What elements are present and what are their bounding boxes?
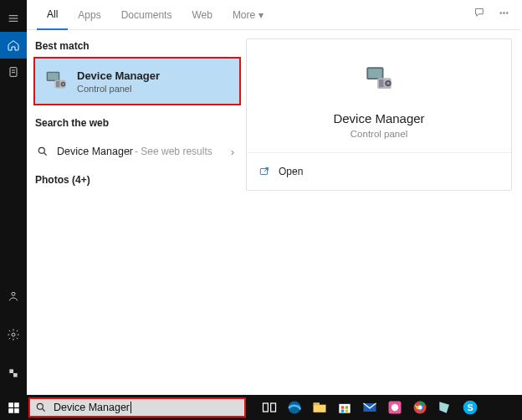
svg-point-2 — [12, 333, 15, 336]
svg-rect-30 — [314, 405, 326, 412]
web-search-result[interactable]: Device Manager - See web results › — [33, 137, 246, 166]
best-match-title: Device Manager — [77, 69, 160, 82]
svg-point-1 — [12, 292, 15, 295]
preview-title: Device Manager — [333, 111, 424, 125]
svg-rect-31 — [314, 402, 320, 405]
svg-point-7 — [506, 13, 508, 14]
svg-rect-36 — [345, 410, 348, 412]
svg-point-19 — [386, 82, 390, 85]
open-icon — [257, 165, 272, 178]
search-icon — [35, 144, 50, 159]
device-manager-icon — [42, 67, 70, 95]
svg-point-14 — [38, 147, 44, 153]
svg-text:S: S — [467, 402, 473, 412]
web-result-suffix: - See web results — [135, 146, 212, 157]
svg-rect-3 — [9, 369, 13, 373]
tab-more[interactable]: More ▾ — [223, 0, 274, 30]
svg-rect-16 — [368, 69, 382, 78]
skype-icon[interactable]: S — [460, 397, 480, 417]
svg-point-5 — [500, 13, 502, 14]
open-action[interactable]: Open — [257, 161, 501, 182]
svg-rect-34 — [345, 406, 348, 408]
svg-point-39 — [392, 404, 398, 411]
svg-rect-0 — [10, 68, 17, 77]
device-manager-icon — [359, 59, 399, 100]
svg-rect-20 — [379, 79, 384, 87]
preview-subtitle: Control panel — [351, 129, 407, 139]
best-match-result[interactable]: Device Manager Control panel — [33, 57, 241, 105]
search-input[interactable]: Device Manager — [28, 397, 246, 417]
task-view-icon[interactable] — [259, 397, 279, 417]
filter-tabs: All Apps Documents Web More ▾ — [27, 0, 520, 30]
chevron-down-icon: ▾ — [258, 9, 264, 21]
app-teal-icon[interactable] — [435, 397, 455, 417]
preview-card: Device Manager Control panel Open — [246, 38, 512, 191]
chevron-right-icon: › — [231, 146, 241, 158]
store-icon[interactable] — [335, 397, 355, 417]
svg-rect-28 — [271, 403, 276, 412]
preview-pane: Device Manager Control panel Open — [246, 30, 520, 395]
left-rail — [0, 0, 27, 395]
app-pink-icon[interactable] — [385, 397, 405, 417]
svg-rect-25 — [14, 408, 19, 413]
svg-rect-35 — [341, 410, 344, 412]
tab-documents[interactable]: Documents — [111, 0, 182, 30]
svg-rect-23 — [14, 402, 19, 407]
tab-more-label: More — [233, 9, 255, 21]
search-value: Device Manager — [54, 402, 130, 413]
hamburger-icon[interactable] — [0, 5, 27, 32]
photos-header[interactable]: Photos (4+) — [33, 166, 246, 194]
svg-rect-33 — [341, 406, 344, 408]
svg-rect-9 — [48, 73, 59, 80]
file-explorer-icon[interactable] — [310, 397, 330, 417]
power-icon[interactable] — [0, 360, 27, 387]
svg-rect-13 — [56, 81, 59, 87]
svg-point-12 — [62, 83, 64, 85]
chrome-icon[interactable] — [410, 397, 430, 417]
search-web-header: Search the web — [33, 114, 246, 134]
web-result-text: Device Manager — [57, 146, 133, 157]
more-options-icon[interactable] — [498, 7, 510, 23]
svg-rect-32 — [339, 404, 350, 413]
feedback-icon[interactable] — [473, 7, 486, 23]
search-panel: All Apps Documents Web More ▾ Best match — [27, 0, 520, 395]
user-icon[interactable] — [0, 283, 27, 310]
svg-rect-22 — [8, 402, 13, 407]
results-list: Best match Device Manager Control panel … — [27, 30, 246, 395]
tab-apps[interactable]: Apps — [68, 0, 110, 30]
open-label: Open — [279, 166, 303, 177]
search-icon — [35, 402, 47, 413]
svg-rect-27 — [264, 403, 269, 412]
gear-icon[interactable] — [0, 321, 27, 348]
svg-rect-4 — [13, 373, 18, 377]
best-match-header: Best match — [33, 37, 246, 57]
taskbar: Device Manager S — [0, 395, 522, 420]
mail-icon[interactable] — [360, 397, 380, 417]
tab-all[interactable]: All — [37, 0, 68, 30]
svg-point-6 — [504, 13, 505, 14]
start-button[interactable] — [0, 395, 27, 420]
document-icon[interactable] — [0, 59, 27, 85]
best-match-subtitle: Control panel — [77, 84, 160, 94]
edge-icon[interactable] — [284, 397, 304, 417]
svg-point-26 — [37, 403, 43, 409]
svg-rect-24 — [8, 408, 13, 413]
tab-web[interactable]: Web — [182, 0, 222, 30]
home-icon[interactable] — [0, 32, 27, 59]
